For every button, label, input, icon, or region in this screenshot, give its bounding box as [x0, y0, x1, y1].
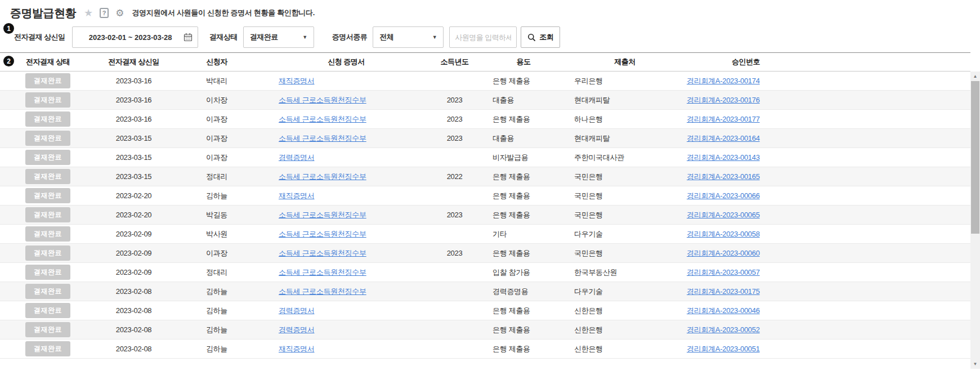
cell-income-year: [431, 340, 478, 359]
approval-status-select[interactable]: 결재완료 ▼: [243, 26, 314, 48]
chevron-down-icon: ▼: [302, 34, 307, 40]
certificate-link[interactable]: 소득세 근로소득원천징수부: [279, 249, 366, 257]
scroll-up-icon[interactable]: ▲: [970, 72, 980, 81]
status-badge: 결재완료: [25, 169, 70, 184]
cell-submission-date: 2023-03-16: [96, 110, 172, 129]
cell-submission-date: 2023-02-08: [96, 340, 172, 359]
cell-purpose: 은행 제출용: [478, 206, 569, 225]
approval-number-link[interactable]: 경리회계A-2023-00165: [687, 172, 760, 181]
gear-icon[interactable]: ⚙: [115, 8, 124, 18]
certificate-link[interactable]: 경력증명서: [279, 325, 315, 334]
certificate-link[interactable]: 소득세 근로소득원천징수부: [279, 268, 366, 276]
cell-spacer: [811, 91, 970, 110]
approval-number-link[interactable]: 경리회계A-2023-00176: [687, 96, 760, 104]
approval-number-link[interactable]: 경리회계A-2023-00065: [687, 211, 760, 219]
cell-submission-date: 2023-02-09: [96, 225, 172, 244]
certificate-link[interactable]: 재직증명서: [279, 77, 315, 85]
cell-submit-to: 다우기술: [569, 282, 681, 301]
calendar-icon[interactable]: [184, 33, 193, 42]
certificate-link[interactable]: 재직증명서: [279, 191, 315, 200]
help-icon[interactable]: ?: [100, 8, 109, 18]
status-badge: 결재완료: [25, 92, 70, 108]
cell-applicant: 김하늘: [172, 186, 262, 206]
col-header-spacer: [811, 53, 970, 72]
scroll-down-icon[interactable]: ▼: [970, 360, 980, 368]
certificate-type-label: 증명서종류: [332, 32, 368, 42]
cell-submission-date: 2023-02-08: [96, 320, 172, 340]
col-header-approval-status: 전자결재 상태: [0, 53, 96, 72]
cell-purpose: 비자발급용: [478, 148, 569, 167]
approval-number-link[interactable]: 경리회계A-2023-00052: [687, 325, 760, 334]
scrollbar-thumb[interactable]: [971, 81, 979, 234]
cell-purpose: 기타: [478, 225, 569, 244]
cell-purpose: 은행 제출용: [478, 72, 569, 91]
cell-applicant: 박대리: [172, 72, 262, 91]
certificate-link[interactable]: 소득세 근로소득원천징수부: [279, 115, 366, 123]
cell-submission-date: 2023-03-15: [96, 129, 172, 148]
cell-submit-to: 국민은행: [569, 167, 681, 186]
approval-number-link[interactable]: 경리회계A-2023-00066: [687, 191, 760, 200]
approval-number-link[interactable]: 경리회계A-2023-00051: [687, 345, 760, 353]
approval-number-link[interactable]: 경리회계A-2023-00164: [687, 134, 760, 142]
approval-number-link[interactable]: 경리회계A-2023-00046: [687, 306, 760, 315]
table-body: 결재완료 2023-03-16 박대리 재직증명서 은행 제출용 우리은행 경리…: [0, 72, 970, 359]
certificate-link[interactable]: 소득세 근로소득원천징수부: [279, 172, 366, 181]
favorite-star-icon[interactable]: ★: [84, 8, 93, 18]
table-row: 결재완료 2023-02-20 박길동 소득세 근로소득원천징수부 2023 은…: [0, 206, 970, 225]
approval-number-link[interactable]: 경리회계A-2023-00143: [687, 153, 760, 162]
cell-spacer: [811, 186, 970, 206]
search-button[interactable]: 조회: [521, 26, 560, 48]
table-row: 결재완료 2023-02-08 김하늘 경력증명서 은행 제출용 신한은행 경리…: [0, 301, 970, 320]
approval-number-link[interactable]: 경리회계A-2023-00058: [687, 230, 760, 238]
status-badge: 결재완료: [25, 207, 70, 222]
employee-name-input[interactable]: [449, 26, 517, 48]
cell-applicant: 이과장: [172, 148, 262, 167]
status-badge: 결재완료: [25, 303, 70, 318]
col-header-submission-date: 전자결재 상신일: [96, 53, 172, 72]
approval-number-link[interactable]: 경리회계A-2023-00057: [687, 268, 760, 276]
cell-submission-date: 2023-02-09: [96, 244, 172, 263]
approval-number-link[interactable]: 경리회계A-2023-00177: [687, 115, 760, 123]
certificate-link[interactable]: 경력증명서: [279, 306, 315, 315]
certificate-link[interactable]: 소득세 근로소득원천징수부: [279, 230, 366, 238]
status-badge: 결재완료: [25, 226, 70, 242]
cell-applicant: 김하늘: [172, 282, 262, 301]
approval-number-link[interactable]: 경리회계A-2023-00060: [687, 249, 760, 257]
cell-applicant: 박사원: [172, 225, 262, 244]
certificate-link[interactable]: 소득세 근로소득원천징수부: [279, 96, 366, 104]
table-row: 결재완료 2023-02-20 김하늘 재직증명서 은행 제출용 국민은행 경리…: [0, 186, 970, 206]
cell-submission-date: 2023-03-15: [96, 167, 172, 186]
vertical-scrollbar[interactable]: ▲ ▼: [970, 72, 980, 369]
cell-spacer: [811, 263, 970, 282]
table-row: 결재완료 2023-02-08 김하늘 경력증명서 은행 제출용 신한은행 경리…: [0, 320, 970, 340]
certificate-type-select[interactable]: 전체 ▼: [373, 26, 444, 48]
certificate-link[interactable]: 소득세 근로소득원천징수부: [279, 211, 366, 219]
certificate-link[interactable]: 재직증명서: [279, 345, 315, 353]
status-badge: 결재완료: [25, 73, 70, 88]
cell-spacer: [811, 129, 970, 148]
table-row: 결재완료 2023-03-15 정대리 소득세 근로소득원천징수부 2022 은…: [0, 167, 970, 186]
table-row: 결재완료 2023-02-09 이과장 소득세 근로소득원천징수부 2023 은…: [0, 244, 970, 263]
cell-applicant: 이과장: [172, 129, 262, 148]
cell-spacer: [811, 282, 970, 301]
cell-income-year: [431, 148, 478, 167]
certificate-link[interactable]: 소득세 근로소득원천징수부: [279, 287, 366, 296]
search-icon: [527, 33, 536, 42]
cell-spacer: [811, 206, 970, 225]
col-header-income-year: 소득년도: [431, 53, 478, 72]
certificate-link[interactable]: 소득세 근로소득원천징수부: [279, 134, 366, 142]
page-title: 증명발급현황: [10, 6, 76, 21]
approval-number-link[interactable]: 경리회계A-2023-00175: [687, 287, 760, 296]
status-badge: 결재완료: [25, 284, 70, 299]
search-button-label: 조회: [539, 32, 553, 42]
table-row: 결재완료 2023-03-16 박대리 재직증명서 은행 제출용 우리은행 경리…: [0, 72, 970, 91]
cell-purpose: 대출용: [478, 91, 569, 110]
cell-spacer: [811, 225, 970, 244]
col-header-submit-to: 제출처: [569, 53, 681, 72]
status-badge: 결재완료: [25, 150, 70, 165]
approval-number-link[interactable]: 경리회계A-2023-00174: [687, 77, 760, 85]
cell-submit-to: 국민은행: [569, 244, 681, 263]
cell-spacer: [811, 320, 970, 340]
certificate-link[interactable]: 경력증명서: [279, 153, 315, 162]
date-range-input[interactable]: 2023-02-01 ~ 2023-03-28: [72, 26, 198, 48]
